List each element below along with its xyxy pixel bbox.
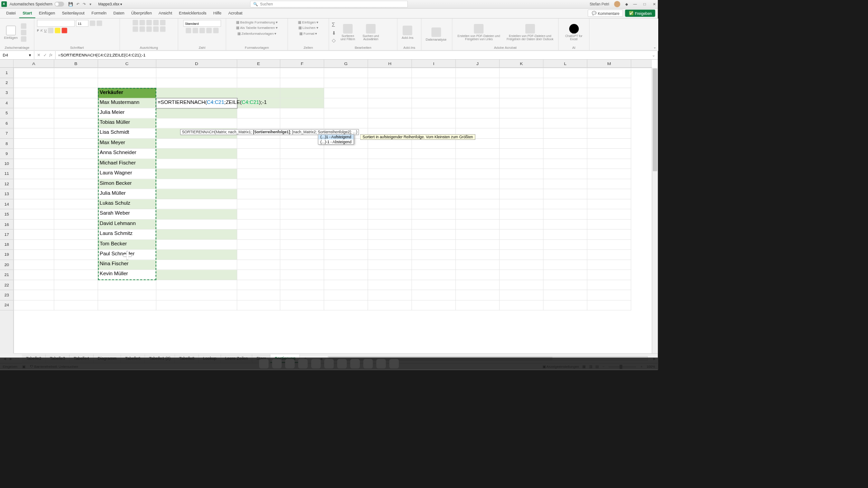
cell[interactable] bbox=[237, 199, 281, 209]
cell[interactable] bbox=[456, 78, 500, 88]
cell[interactable] bbox=[368, 139, 412, 149]
cell[interactable] bbox=[14, 290, 54, 300]
cell[interactable] bbox=[456, 250, 500, 260]
cell[interactable] bbox=[324, 199, 368, 209]
collapse-ribbon-icon[interactable]: ⌄ bbox=[653, 45, 656, 49]
cell[interactable] bbox=[500, 199, 543, 209]
cell[interactable] bbox=[54, 68, 98, 78]
cell[interactable] bbox=[98, 68, 156, 78]
cell[interactable] bbox=[587, 139, 631, 149]
cell[interactable] bbox=[280, 98, 324, 108]
taskbar-icon[interactable] bbox=[311, 359, 321, 368]
taskbar-icon[interactable] bbox=[324, 359, 334, 368]
formula-autocomplete[interactable]: (...)1 - Aufsteigend(...)-1 - Absteigend… bbox=[318, 134, 354, 145]
fx-icon[interactable]: fx bbox=[49, 52, 52, 57]
cell[interactable] bbox=[54, 199, 98, 209]
cell[interactable] bbox=[14, 179, 54, 189]
cell[interactable] bbox=[587, 280, 631, 290]
cell[interactable] bbox=[156, 139, 237, 149]
ribbon-tab-ansicht[interactable]: Ansicht bbox=[155, 9, 175, 18]
cell[interactable] bbox=[368, 189, 412, 199]
border-icon[interactable] bbox=[48, 28, 53, 33]
cell[interactable] bbox=[368, 290, 412, 300]
cell[interactable]: Kevin Müller bbox=[98, 270, 156, 280]
column-header[interactable]: D bbox=[156, 60, 237, 67]
cell[interactable] bbox=[324, 189, 368, 199]
cell[interactable] bbox=[368, 219, 412, 229]
user-name[interactable]: Stefan Petri bbox=[590, 2, 609, 6]
formula-input[interactable]: =SORTIERENNACH(C4:C21;ZEILE(C4:C21);-1 bbox=[56, 52, 649, 57]
row-header[interactable]: 2 bbox=[0, 78, 14, 88]
cell[interactable] bbox=[237, 118, 281, 128]
cell[interactable] bbox=[156, 290, 237, 300]
cell[interactable] bbox=[54, 300, 98, 310]
cell[interactable]: Anna Schneider bbox=[98, 149, 156, 159]
percent-icon[interactable] bbox=[193, 28, 198, 33]
cell[interactable] bbox=[587, 199, 631, 209]
cell[interactable] bbox=[500, 270, 543, 280]
merge-icon[interactable] bbox=[160, 26, 165, 32]
taskbar-icon[interactable] bbox=[259, 359, 269, 368]
cell[interactable] bbox=[412, 280, 456, 290]
cell[interactable] bbox=[587, 118, 631, 128]
cell[interactable] bbox=[237, 239, 281, 249]
align-top-icon[interactable] bbox=[132, 20, 138, 25]
share-button[interactable]: ✅ Freigeben bbox=[625, 9, 655, 17]
cell[interactable] bbox=[14, 128, 54, 138]
cell[interactable] bbox=[324, 270, 368, 280]
cell[interactable] bbox=[237, 290, 281, 300]
cell[interactable] bbox=[156, 78, 237, 88]
row-header[interactable]: 10 bbox=[0, 159, 14, 169]
cell[interactable] bbox=[324, 239, 368, 249]
autosum-icon[interactable]: Σ bbox=[332, 22, 336, 28]
cell[interactable] bbox=[14, 169, 54, 179]
cell[interactable] bbox=[412, 169, 456, 179]
cell[interactable] bbox=[237, 260, 281, 270]
cell[interactable]: Verkäufer bbox=[98, 88, 156, 98]
select-all-corner[interactable] bbox=[0, 60, 14, 68]
cell[interactable] bbox=[587, 270, 631, 280]
cell[interactable]: Lukas Schulz bbox=[98, 199, 156, 209]
cell[interactable] bbox=[54, 189, 98, 199]
orientation-icon[interactable] bbox=[153, 20, 158, 25]
cell[interactable] bbox=[368, 239, 412, 249]
cell[interactable] bbox=[54, 280, 98, 290]
cell[interactable] bbox=[237, 270, 281, 280]
row-header[interactable]: 15 bbox=[0, 209, 14, 219]
cell[interactable] bbox=[280, 270, 324, 280]
cell[interactable] bbox=[156, 149, 237, 159]
find-select-button[interactable]: Suchen und Auswählen bbox=[360, 23, 382, 42]
cell[interactable] bbox=[456, 149, 500, 159]
cell[interactable] bbox=[324, 98, 368, 108]
cells-area[interactable]: VerkäuferMax Mustermann=SORTIERENNACH(C4… bbox=[14, 68, 651, 353]
cell[interactable] bbox=[543, 209, 587, 219]
cell[interactable] bbox=[14, 270, 54, 280]
italic-button[interactable]: K bbox=[41, 28, 43, 32]
column-header[interactable]: E bbox=[237, 60, 281, 67]
taskbar-icon[interactable] bbox=[298, 359, 307, 368]
cell[interactable] bbox=[500, 68, 543, 78]
cell[interactable] bbox=[500, 179, 543, 189]
cell[interactable] bbox=[500, 118, 543, 128]
ribbon-tab-hilfe[interactable]: Hilfe bbox=[210, 9, 225, 18]
cell[interactable] bbox=[368, 78, 412, 88]
row-header[interactable]: 17 bbox=[0, 230, 14, 239]
cell[interactable] bbox=[368, 199, 412, 209]
cell[interactable] bbox=[456, 239, 500, 249]
cell[interactable] bbox=[412, 290, 456, 300]
increase-font-icon[interactable] bbox=[90, 20, 95, 26]
cell[interactable] bbox=[280, 199, 324, 209]
cell[interactable] bbox=[368, 68, 412, 78]
cell[interactable] bbox=[237, 250, 281, 260]
cell[interactable] bbox=[587, 300, 631, 310]
cell[interactable] bbox=[456, 159, 500, 169]
cell[interactable] bbox=[456, 98, 500, 108]
cell[interactable] bbox=[280, 250, 324, 260]
cell[interactable] bbox=[500, 290, 543, 300]
cell[interactable] bbox=[368, 169, 412, 179]
cell[interactable] bbox=[14, 209, 54, 219]
cell[interactable] bbox=[54, 128, 98, 138]
cell[interactable] bbox=[156, 230, 237, 239]
cell[interactable] bbox=[368, 280, 412, 290]
row-header[interactable]: 16 bbox=[0, 219, 14, 229]
